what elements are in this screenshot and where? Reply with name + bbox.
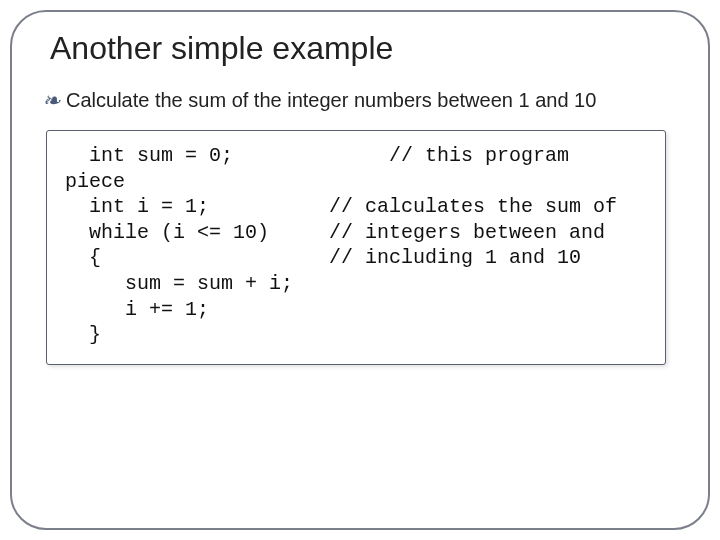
slide-frame: Another simple example ❧ Calculate the s… — [10, 10, 710, 530]
code-box: int sum = 0; // this program piece int i… — [46, 130, 666, 365]
bullet-icon: ❧ — [42, 90, 60, 112]
code-line: int sum = 0; // this program — [65, 144, 569, 167]
code-block: int sum = 0; // this program piece int i… — [65, 143, 647, 348]
bullet-text: Calculate the sum of the integer numbers… — [66, 89, 596, 112]
code-line: while (i <= 10) // integers between and — [65, 221, 605, 244]
bullet-item: ❧ Calculate the sum of the integer numbe… — [42, 89, 680, 112]
code-line: { // including 1 and 10 — [65, 246, 581, 269]
code-line: sum = sum + i; — [65, 272, 293, 295]
slide-title: Another simple example — [50, 30, 680, 67]
code-line: i += 1; — [65, 298, 209, 321]
code-line: } — [65, 323, 101, 346]
code-line: piece — [65, 170, 125, 193]
code-line: int i = 1; // calculates the sum of — [65, 195, 617, 218]
